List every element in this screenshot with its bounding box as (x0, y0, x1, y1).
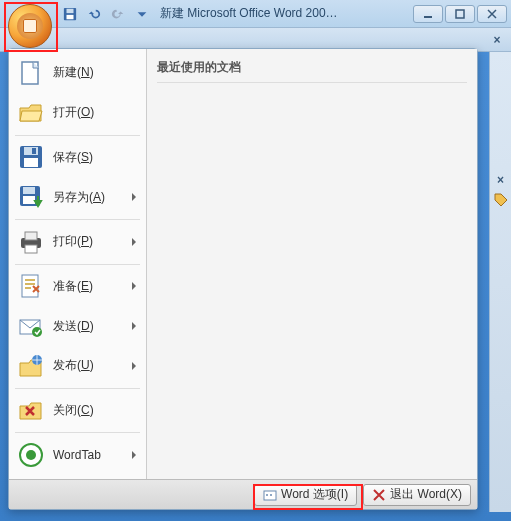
exit-icon (372, 488, 386, 502)
menu-item-send[interactable]: 发送(D) (11, 306, 144, 346)
side-panel-close-icon[interactable]: × (493, 172, 509, 188)
chevron-right-icon (130, 282, 138, 290)
recent-documents-header: 最近使用的文档 (157, 55, 467, 83)
menu-label: 另存为(A) (53, 189, 122, 206)
new-doc-icon (17, 59, 45, 87)
office-menu: 新建(N) 打开(O) 保存(S) 另存为(A) (8, 48, 478, 510)
svg-point-21 (26, 450, 36, 460)
menu-item-new[interactable]: 新建(N) (11, 53, 144, 93)
chevron-right-icon (130, 238, 138, 246)
prepare-icon (17, 272, 45, 300)
printer-icon (17, 228, 45, 256)
menu-item-print[interactable]: 打印(P) (11, 222, 144, 262)
menu-separator (15, 219, 140, 220)
wordtab-icon (17, 441, 45, 469)
menu-label: 发送(D) (53, 318, 122, 335)
svg-rect-4 (456, 10, 464, 18)
close-button[interactable] (477, 5, 507, 23)
floppy-icon (17, 143, 45, 171)
svg-rect-2 (67, 14, 74, 18)
folder-open-icon (17, 99, 45, 127)
menu-item-prepare[interactable]: 准备(E) (11, 266, 144, 306)
office-button[interactable] (8, 4, 52, 48)
ribbon-close-icon[interactable]: × (489, 32, 505, 48)
svg-rect-1 (67, 8, 74, 12)
menu-label: 发布(U) (53, 357, 122, 374)
redo-icon[interactable] (108, 4, 128, 24)
menu-separator (15, 135, 140, 136)
close-doc-icon (17, 397, 45, 425)
side-panel: × (489, 52, 511, 512)
quick-access-toolbar (60, 4, 152, 24)
menu-item-publish[interactable]: 发布(U) (11, 346, 144, 386)
send-icon (17, 312, 45, 340)
office-menu-commands: 新建(N) 打开(O) 保存(S) 另存为(A) (9, 49, 147, 479)
svg-rect-9 (32, 148, 36, 154)
menu-item-save[interactable]: 保存(S) (11, 137, 144, 177)
svg-rect-14 (25, 232, 37, 240)
svg-rect-15 (25, 245, 37, 253)
window-title: 新建 Microsoft Office Word 200… (152, 5, 413, 22)
menu-separator (15, 432, 140, 433)
svg-rect-3 (424, 16, 432, 18)
side-panel-tag-icon[interactable] (493, 192, 509, 208)
window-controls (413, 5, 507, 23)
maximize-button[interactable] (445, 5, 475, 23)
exit-word-button[interactable]: 退出 Word(X) (363, 484, 471, 506)
undo-icon[interactable] (84, 4, 104, 24)
titlebar: 新建 Microsoft Office Word 200… (0, 0, 511, 28)
menu-label: 关闭(C) (53, 402, 138, 419)
office-logo-icon (17, 13, 43, 39)
svg-rect-8 (24, 158, 38, 167)
menu-label: 打印(P) (53, 233, 122, 250)
menu-label: 打开(O) (53, 104, 138, 121)
menu-label: 准备(E) (53, 278, 122, 295)
svg-rect-11 (23, 187, 35, 194)
menu-label: 保存(S) (53, 149, 138, 166)
menu-item-open[interactable]: 打开(O) (11, 93, 144, 133)
chevron-right-icon (130, 362, 138, 370)
menu-item-save-as[interactable]: 另存为(A) (11, 177, 144, 217)
menu-separator (15, 388, 140, 389)
office-menu-footer: Word 选项(I) 退出 Word(X) (9, 479, 477, 509)
chevron-right-icon (130, 193, 138, 201)
menu-item-wordtab[interactable]: WordTab (11, 435, 144, 475)
menu-separator (15, 264, 140, 265)
recent-documents-panel: 最近使用的文档 (147, 49, 477, 479)
svg-rect-12 (23, 196, 35, 204)
minimize-button[interactable] (413, 5, 443, 23)
menu-label: WordTab (53, 448, 122, 462)
menu-item-close[interactable]: 关闭(C) (11, 391, 144, 431)
qat-dropdown-icon[interactable] (132, 4, 152, 24)
chevron-right-icon (130, 451, 138, 459)
floppy-arrow-icon (17, 183, 45, 211)
save-icon[interactable] (60, 4, 80, 24)
highlight-word-options (253, 484, 363, 510)
svg-rect-16 (22, 275, 38, 297)
menu-label: 新建(N) (53, 64, 138, 81)
publish-icon (17, 352, 45, 380)
chevron-right-icon (130, 322, 138, 330)
svg-point-18 (32, 327, 42, 337)
